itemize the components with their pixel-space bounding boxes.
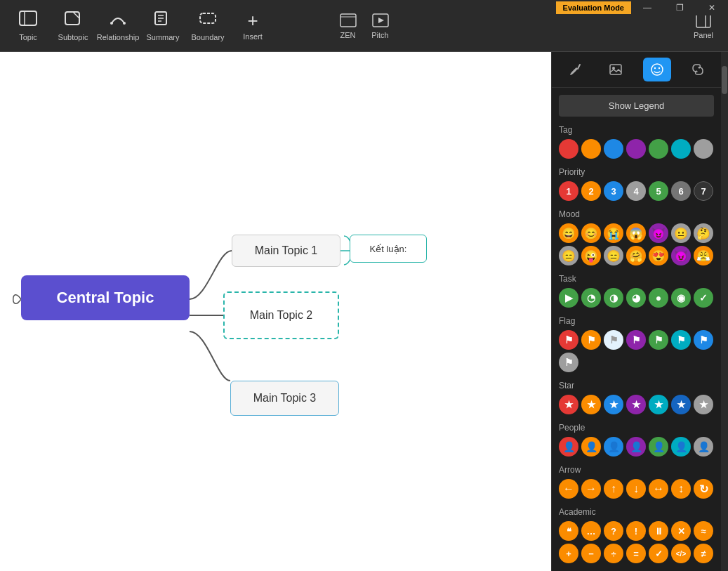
academic-divide[interactable]: ÷ [604,544,623,563]
mood-shock[interactable]: 😱 [626,223,646,243]
toolbar-pitch[interactable]: Pitch [371,13,390,39]
mood-wink[interactable]: 😑 [559,246,578,265]
academic-quote[interactable]: ❝ [559,521,578,541]
mood-shrug[interactable]: 😑 [604,246,623,265]
academic-notequal[interactable]: ≠ [694,544,713,563]
flag-gray[interactable]: ⚑ [559,353,578,372]
tag-blue[interactable] [604,139,623,159]
toolbar-summary[interactable]: Summary [142,5,184,47]
toolbar-subtopic[interactable]: Subtopic [52,5,94,47]
task-check[interactable]: ◉ [671,288,691,308]
tag-orange[interactable] [581,139,601,159]
star-gray[interactable]: ★ [694,395,713,414]
task-50[interactable]: ◑ [604,288,623,308]
scrollbar[interactable] [721,52,728,571]
star-blue2[interactable]: ★ [671,395,691,414]
people-red[interactable]: 👤 [559,437,578,457]
star-purple[interactable]: ★ [626,395,646,414]
academic-plus[interactable]: + [559,544,578,563]
academic-ellipsis[interactable]: … [581,521,601,541]
priority-2[interactable]: 2 [581,181,601,201]
people-blue[interactable]: 👤 [604,437,623,457]
minimize-button[interactable]: — [631,0,663,15]
tab-image[interactable] [602,58,630,81]
flag-red[interactable]: ⚑ [559,330,578,350]
central-topic[interactable]: Central Topic [21,275,190,320]
arrow-rotate[interactable]: ↻ [694,479,713,499]
academic-equals[interactable]: = [626,544,646,563]
flag-white[interactable]: ⚑ [604,330,623,350]
priority-4[interactable]: 4 [626,181,646,201]
star-orange[interactable]: ★ [581,395,601,414]
arrow-right[interactable]: → [581,479,601,499]
academic-question[interactable]: ? [604,521,623,541]
tag-cyan[interactable] [671,139,691,159]
task-done[interactable]: ✓ [694,288,713,308]
arrow-lr[interactable]: ↔ [649,479,668,499]
arrow-left[interactable]: ← [559,479,578,499]
star-teal[interactable]: ★ [649,395,668,414]
mood-love[interactable]: 😍 [649,246,668,265]
tag-purple[interactable] [626,139,646,159]
priority-6[interactable]: 6 [671,181,691,201]
toolbar-zen[interactable]: ZEN [339,13,357,39]
task-75[interactable]: ◕ [626,288,646,308]
toolbar-relationship[interactable]: Relationship [97,5,139,47]
academic-cross[interactable]: ✕ [671,521,691,541]
task-25[interactable]: ◔ [581,288,601,308]
academic-code[interactable]: </> [671,544,691,563]
conclusion-box[interactable]: Kết luận: [350,235,427,263]
arrow-ud[interactable]: ↕ [671,479,691,499]
star-blue[interactable]: ★ [604,395,623,414]
tag-green[interactable] [649,139,668,159]
star-red[interactable]: ★ [559,395,578,414]
academic-pause[interactable]: ⏸ [649,521,668,541]
arrow-up[interactable]: ↑ [604,479,623,499]
people-orange[interactable]: 👤 [581,437,601,457]
mood-think[interactable]: 🤔 [694,223,713,243]
people-gray[interactable]: 👤 [694,437,713,457]
close-button[interactable]: ✕ [696,0,728,15]
show-legend-button[interactable]: Show Legend [559,95,714,117]
mood-kiss[interactable]: 😜 [581,246,601,265]
academic-exclaim[interactable]: ! [626,521,646,541]
topic-3[interactable]: Main Topic 3 [230,381,339,416]
mood-angry[interactable]: 😤 [694,246,713,265]
arrow-down[interactable]: ↓ [626,479,646,499]
mood-cry[interactable]: 😭 [604,223,623,243]
flag-blue[interactable]: ⚑ [694,330,713,350]
tab-link[interactable] [684,58,712,81]
priority-7[interactable]: 7 [694,181,713,201]
flag-cyan[interactable]: ⚑ [671,330,691,350]
academic-check[interactable]: ✓ [649,544,668,563]
mood-devil[interactable]: 😈 [649,223,668,243]
mood-grin[interactable]: 😄 [559,223,578,243]
people-cyan[interactable]: 👤 [671,437,691,457]
tag-red[interactable] [559,139,578,159]
people-purple[interactable]: 👤 [626,437,646,457]
toolbar-topic[interactable]: Topic [7,5,49,47]
tab-emoji[interactable] [643,58,671,81]
flag-purple[interactable]: ⚑ [626,330,646,350]
priority-5[interactable]: 5 [649,181,668,201]
task-0[interactable]: ▶ [559,288,578,308]
priority-3[interactable]: 3 [604,181,623,201]
mood-party[interactable]: 🤗 [626,246,646,265]
academic-approx[interactable]: ≈ [694,521,713,541]
mood-smile[interactable]: 😊 [581,223,601,243]
task-100[interactable]: ● [649,288,668,308]
priority-1[interactable]: 1 [559,181,578,201]
flag-green[interactable]: ⚑ [649,330,668,350]
mood-neutral[interactable]: 😐 [671,223,691,243]
toolbar-boundary[interactable]: Boundary [187,5,229,47]
topic-2[interactable]: Main Topic 2 [223,291,339,339]
tag-gray[interactable] [694,139,713,159]
tab-brush[interactable] [561,58,589,81]
people-green[interactable]: 👤 [649,437,668,457]
topic-1[interactable]: Main Topic 1 [232,235,340,267]
scroll-thumb[interactable] [722,66,727,94]
maximize-button[interactable]: ❐ [663,0,696,15]
mood-devil2[interactable]: 😈 [671,246,691,265]
flag-orange[interactable]: ⚑ [581,330,601,350]
academic-minus[interactable]: − [581,544,601,563]
